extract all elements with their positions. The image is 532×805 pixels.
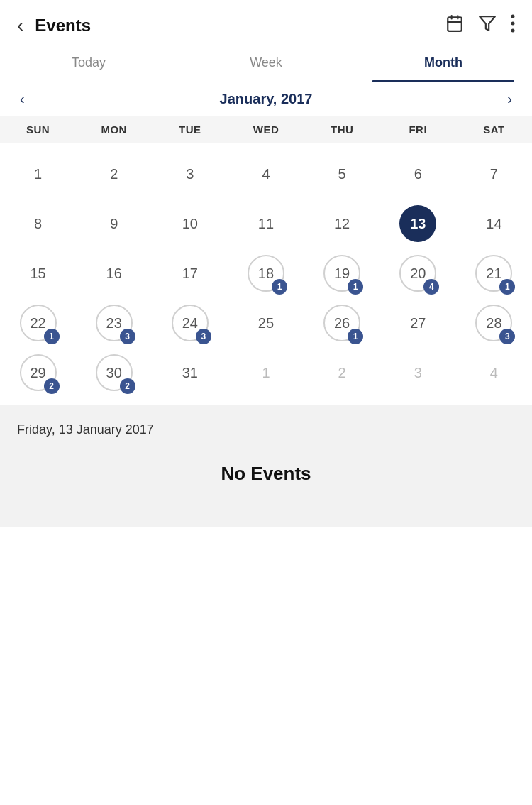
tab-today[interactable]: Today xyxy=(0,44,177,82)
day-headers-row: SUN MON TUE WED THU FRI SAT xyxy=(0,116,532,143)
day-cell-30-week4[interactable]: 302 xyxy=(76,347,152,397)
day-number: 2 xyxy=(323,354,360,391)
event-badge: 2 xyxy=(120,378,135,394)
event-badge: 1 xyxy=(44,329,60,344)
day-number: 11 xyxy=(248,205,284,242)
day-number: 181 xyxy=(248,255,284,292)
day-cell-3-week0[interactable]: 3 xyxy=(152,148,228,198)
event-badge: 2 xyxy=(44,378,60,394)
day-number: 14 xyxy=(475,205,512,242)
day-number: 17 xyxy=(172,255,209,292)
event-badge: 3 xyxy=(499,329,515,344)
day-number: 243 xyxy=(172,305,209,341)
day-cell-31-week4[interactable]: 31 xyxy=(152,347,228,397)
day-cell-29-week4[interactable]: 292 xyxy=(0,347,76,397)
day-cell-28-week3[interactable]: 283 xyxy=(456,297,532,347)
app-header: ‹ Events xyxy=(0,0,532,44)
day-cell-2-week0[interactable]: 2 xyxy=(76,148,152,198)
day-number: 261 xyxy=(323,305,360,341)
selected-date-section: Friday, 13 January 2017 xyxy=(0,405,532,449)
day-number: 211 xyxy=(475,255,512,292)
day-cell-4-week4[interactable]: 4 xyxy=(456,347,532,397)
day-header-fri: FRI xyxy=(380,124,456,136)
day-cell-18-week2[interactable]: 181 xyxy=(228,248,304,297)
day-number: 10 xyxy=(172,205,209,242)
event-badge: 3 xyxy=(120,329,135,344)
day-cell-24-week3[interactable]: 243 xyxy=(152,297,228,347)
day-cell-27-week3[interactable]: 27 xyxy=(380,297,456,347)
day-cell-16-week2[interactable]: 16 xyxy=(76,248,152,297)
day-cell-14-week1[interactable]: 14 xyxy=(456,198,532,248)
svg-marker-4 xyxy=(480,16,495,31)
no-events-section: No Events xyxy=(0,449,532,527)
tab-bar: Today Week Month xyxy=(0,44,532,82)
svg-point-6 xyxy=(511,22,515,26)
event-badge: 1 xyxy=(348,329,363,344)
day-cell-15-week2[interactable]: 15 xyxy=(0,248,76,297)
day-number: 204 xyxy=(399,255,436,292)
day-header-mon: MON xyxy=(76,124,152,136)
day-header-tue: TUE xyxy=(152,124,228,136)
svg-point-5 xyxy=(511,15,515,18)
svg-point-7 xyxy=(511,29,515,33)
day-cell-13-week1[interactable]: 13 xyxy=(380,198,456,248)
day-cell-7-week0[interactable]: 7 xyxy=(456,148,532,198)
day-cell-6-week0[interactable]: 6 xyxy=(380,148,456,198)
day-number: 3 xyxy=(172,155,209,192)
day-number: 7 xyxy=(475,155,512,192)
day-cell-19-week2[interactable]: 191 xyxy=(304,248,380,297)
day-number: 221 xyxy=(20,305,57,341)
day-cell-8-week1[interactable]: 8 xyxy=(0,198,76,248)
svg-rect-0 xyxy=(448,17,462,31)
day-cell-22-week3[interactable]: 221 xyxy=(0,297,76,347)
day-cell-25-week3[interactable]: 25 xyxy=(228,297,304,347)
day-cell-10-week1[interactable]: 10 xyxy=(152,198,228,248)
day-cell-11-week1[interactable]: 11 xyxy=(228,198,304,248)
day-number: 191 xyxy=(323,255,360,292)
day-cell-20-week2[interactable]: 204 xyxy=(380,248,456,297)
day-number: 4 xyxy=(475,354,512,391)
day-number: 8 xyxy=(20,205,57,242)
day-cell-2-week4[interactable]: 2 xyxy=(304,347,380,397)
day-number: 1 xyxy=(20,155,57,192)
day-number: 25 xyxy=(248,305,284,341)
event-badge: 4 xyxy=(423,279,439,295)
day-number: 6 xyxy=(399,155,436,192)
day-number: 302 xyxy=(96,354,133,391)
day-cell-26-week3[interactable]: 261 xyxy=(304,297,380,347)
day-number: 15 xyxy=(20,255,57,292)
tab-week[interactable]: Week xyxy=(177,44,355,82)
day-cell-4-week0[interactable]: 4 xyxy=(228,148,304,198)
day-cell-1-week4[interactable]: 1 xyxy=(228,347,304,397)
day-number: 1 xyxy=(248,354,284,391)
month-navigation: ‹ January, 2017 › xyxy=(0,82,532,116)
day-cell-12-week1[interactable]: 12 xyxy=(304,198,380,248)
next-month-button[interactable]: › xyxy=(501,85,518,113)
day-cell-3-week4[interactable]: 3 xyxy=(380,347,456,397)
prev-month-button[interactable]: ‹ xyxy=(14,85,31,113)
day-header-sun: SUN xyxy=(0,124,76,136)
day-number: 31 xyxy=(172,354,209,391)
filter-icon[interactable] xyxy=(478,14,497,37)
day-cell-1-week0[interactable]: 1 xyxy=(0,148,76,198)
tab-month[interactable]: Month xyxy=(355,44,532,82)
event-badge: 3 xyxy=(196,329,211,344)
back-button[interactable]: ‹ xyxy=(17,14,23,37)
day-number: 2 xyxy=(96,155,133,192)
day-cell-17-week2[interactable]: 17 xyxy=(152,248,228,297)
calendar-icon[interactable] xyxy=(445,14,464,37)
day-cell-9-week1[interactable]: 9 xyxy=(76,198,152,248)
day-cell-23-week3[interactable]: 233 xyxy=(76,297,152,347)
day-number: 4 xyxy=(248,155,284,192)
day-cell-5-week0[interactable]: 5 xyxy=(304,148,380,198)
selected-date-label: Friday, 13 January 2017 xyxy=(17,422,154,437)
page-title: Events xyxy=(35,16,91,35)
day-number: 27 xyxy=(399,305,436,341)
more-icon[interactable] xyxy=(511,14,515,37)
day-number: 3 xyxy=(399,354,436,391)
day-header-wed: WED xyxy=(228,124,304,136)
day-number: 5 xyxy=(323,155,360,192)
day-cell-21-week2[interactable]: 211 xyxy=(456,248,532,297)
no-events-text: No Events xyxy=(221,463,311,484)
day-number: 16 xyxy=(96,255,133,292)
